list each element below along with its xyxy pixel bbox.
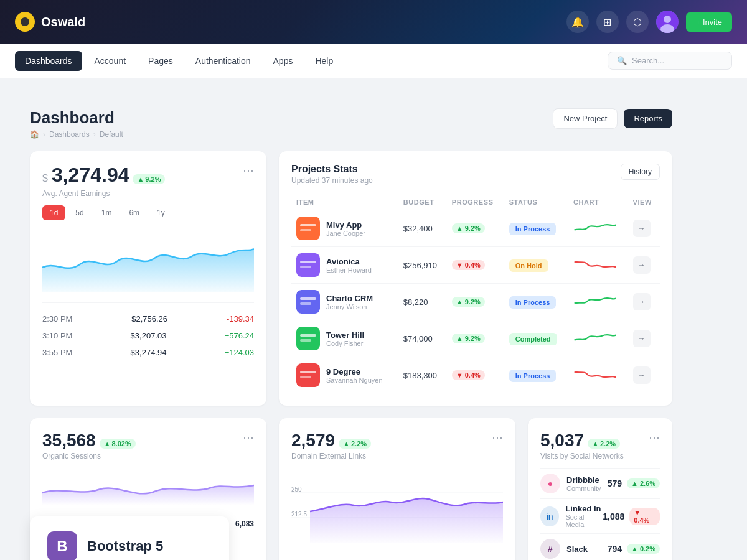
earnings-header: $ 3,274.94 ▲ 9.2% Avg. Agent Earnings ⋯ xyxy=(42,164,254,198)
earnings-value-section: $ 3,274.94 ▲ 9.2% Avg. Agent Earnings xyxy=(42,164,165,198)
domain-more-button[interactable]: ⋯ xyxy=(492,431,503,444)
project-icon-2 xyxy=(296,290,320,314)
tab-1m[interactable]: 1m xyxy=(94,205,120,220)
breadcrumb: 🏠 › Dashboards › Default xyxy=(30,130,123,139)
bottom-row: 35,568 ▲ 8.02% Organic Sessions ⋯ xyxy=(30,418,672,560)
domain-chart-svg: 250 212.5 xyxy=(291,468,503,543)
projects-card: Projects Stats Updated 37 minutes ago Hi… xyxy=(279,151,672,406)
organic-value: 35,568 xyxy=(42,431,96,450)
new-project-button[interactable]: New Project xyxy=(553,108,618,129)
breadcrumb-default: Default xyxy=(100,130,123,139)
view-button-1[interactable]: → xyxy=(633,256,651,274)
nav-item-pages[interactable]: Pages xyxy=(138,51,183,71)
history-button[interactable]: History xyxy=(621,164,660,180)
nav-item-apps[interactable]: Apps xyxy=(263,51,303,71)
social-badge-0: ▲ 2.6% xyxy=(627,478,660,488)
svg-rect-7 xyxy=(300,261,316,263)
col-view: VIEW xyxy=(628,195,660,210)
status-badge-0: In Process xyxy=(509,223,557,235)
view-button-3[interactable]: → xyxy=(633,330,651,347)
time-tabs: 1d 5d 1m 6m 1y xyxy=(42,205,254,220)
status-badge-2: In Process xyxy=(509,296,557,309)
invite-button[interactable]: + Invite xyxy=(686,12,732,32)
progress-badge-0: ▲ 9.2% xyxy=(452,223,485,233)
col-progress: PROGRESS xyxy=(447,195,504,210)
project-view-3[interactable]: → xyxy=(628,320,660,357)
social-item-left-0: ● Dribbble Community xyxy=(540,474,601,493)
tab-5d[interactable]: 5d xyxy=(68,205,91,220)
project-progress-0: ▲ 9.2% xyxy=(447,210,504,247)
nav-item-account[interactable]: Account xyxy=(85,51,136,71)
project-budget-4: $183,300 xyxy=(398,357,447,394)
project-info-4: 9 Degree Savannah Nguyen xyxy=(326,367,383,384)
progress-badge-2: ▲ 9.2% xyxy=(452,297,485,307)
search-icon: 🔍 xyxy=(617,56,627,65)
reports-button[interactable]: Reports xyxy=(624,109,672,128)
project-view-2[interactable]: → xyxy=(628,284,660,320)
project-budget-0: $32,400 xyxy=(398,210,447,247)
project-item-1: Avionica Esther Howard xyxy=(296,253,393,277)
row-change-2: +124.03 xyxy=(225,348,254,357)
organic-sessions-card: 35,568 ▲ 8.02% Organic Sessions ⋯ xyxy=(30,418,266,560)
row-val-1: $3,207.03 xyxy=(131,331,167,340)
share-icon[interactable]: ⬡ xyxy=(626,11,649,33)
col-chart: CHART xyxy=(568,195,628,210)
social-more-button[interactable]: ⋯ xyxy=(649,431,660,444)
top-cards-row: $ 3,274.94 ▲ 9.2% Avg. Agent Earnings ⋯ … xyxy=(30,151,672,406)
notifications-icon[interactable]: 🔔 xyxy=(566,11,589,33)
view-button-0[interactable]: → xyxy=(633,220,651,237)
organic-chart xyxy=(42,468,254,508)
organic-value-section: 35,568 ▲ 8.02% Organic Sessions xyxy=(42,431,136,460)
nav-item-dashboards[interactable]: Dashboards xyxy=(15,51,82,71)
nav-item-help[interactable]: Help xyxy=(305,51,343,71)
project-budget-1: $256,910 xyxy=(398,247,447,284)
home-icon: 🏠 xyxy=(30,130,39,139)
project-info-2: Charto CRM Jenny Wilson xyxy=(326,294,373,310)
search-input[interactable]: 🔍 Search... xyxy=(608,52,732,70)
svg-rect-15 xyxy=(296,363,320,387)
table-body: Mivy App Jane Cooper $32,400 ▲ 9.2% In P… xyxy=(291,210,660,394)
project-info-3: Tower Hill Cody Fisher xyxy=(326,330,364,347)
data-row-2: 3:55 PM $3,274.94 +124.03 xyxy=(42,344,254,361)
earnings-card: $ 3,274.94 ▲ 9.2% Avg. Agent Earnings ⋯ … xyxy=(30,151,266,406)
svg-rect-5 xyxy=(300,229,311,231)
project-view-4[interactable]: → xyxy=(628,357,660,394)
row-val-2: $3,274.94 xyxy=(131,348,167,357)
project-status-3: Completed xyxy=(504,320,568,357)
nav-item-authentication[interactable]: Authentication xyxy=(186,51,261,71)
project-item-4: 9 Degree Savannah Nguyen xyxy=(296,363,393,387)
project-icon-0 xyxy=(296,217,320,240)
projects-updated: Updated 37 minutes ago xyxy=(291,176,373,185)
project-name-4: 9 Degree xyxy=(326,367,383,376)
project-progress-3: ▲ 9.2% xyxy=(447,320,504,357)
social-name-0: Dribbble xyxy=(566,475,601,485)
svg-rect-11 xyxy=(300,302,311,305)
earnings-chart-svg xyxy=(42,230,254,292)
social-value-2: 794 xyxy=(608,544,622,554)
table-head: ITEM BUDGET PROGRESS STATUS CHART VIEW xyxy=(291,195,660,210)
grid-icon[interactable]: ⊞ xyxy=(596,11,619,33)
view-button-2[interactable]: → xyxy=(633,293,651,310)
project-progress-1: ▼ 0.4% xyxy=(447,247,504,284)
data-row-1: 3:10 PM $3,207.03 +576.24 xyxy=(42,327,254,344)
social-item-2: # Slack 794 ▲ 0.2% xyxy=(540,533,660,560)
view-button-4[interactable]: → xyxy=(633,366,651,384)
organic-more-button[interactable]: ⋯ xyxy=(243,431,254,444)
project-view-1[interactable]: → xyxy=(628,247,660,284)
more-button[interactable]: ⋯ xyxy=(243,164,254,177)
tab-1d[interactable]: 1d xyxy=(42,205,65,220)
project-person-3: Cody Fisher xyxy=(326,340,364,347)
project-name-2: Charto CRM xyxy=(326,294,373,303)
col-item: ITEM xyxy=(291,195,398,210)
project-view-0[interactable]: → xyxy=(628,210,660,247)
social-item-left-2: # Slack xyxy=(540,539,588,559)
tab-6m[interactable]: 6m xyxy=(121,205,147,220)
page-title-section: Dashboard 🏠 › Dashboards › Default xyxy=(30,108,123,139)
table-row: Tower Hill Cody Fisher $74,000 ▲ 9.2% Co… xyxy=(291,320,660,357)
svg-rect-14 xyxy=(300,339,311,342)
avatar[interactable] xyxy=(656,11,679,33)
tab-1y[interactable]: 1y xyxy=(149,205,172,220)
projects-table: ITEM BUDGET PROGRESS STATUS CHART VIEW M… xyxy=(291,195,660,393)
social-name-1: Linked In xyxy=(565,504,603,513)
organic-badge: ▲ 8.02% xyxy=(100,439,136,449)
